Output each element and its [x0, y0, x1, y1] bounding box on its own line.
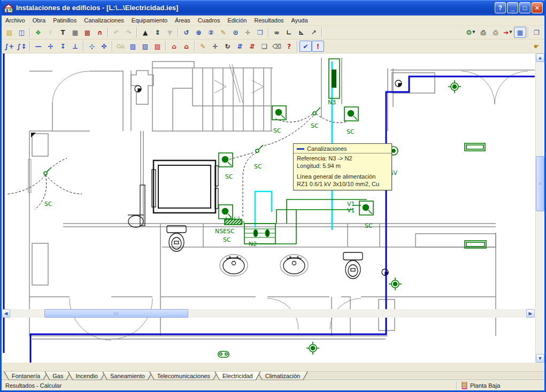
plant-up-button[interactable]: ▲	[139, 27, 151, 38]
minimize-button[interactable]: _	[507, 2, 518, 13]
scroll-up-button[interactable]: ▲	[536, 53, 544, 62]
menu-obra[interactable]: Obra	[29, 16, 49, 25]
drop-vertical-button[interactable]: ↧	[57, 41, 69, 52]
zoom-all-icon: ⊕	[196, 29, 201, 36]
node-arrows-icon: ✜	[101, 43, 106, 50]
print-config-button[interactable]: ⎙	[489, 27, 502, 38]
tab-climatizacion[interactable]: Climatización	[257, 372, 308, 380]
menu-patinillos[interactable]: Patinillos	[49, 16, 80, 25]
menu-cuadros[interactable]: Cuadros	[194, 16, 224, 25]
check-circuits-button[interactable]: ✔	[299, 41, 312, 52]
area-define-button[interactable]: ○△	[114, 41, 127, 52]
tab-incendio[interactable]: Incendio	[67, 372, 106, 380]
undo-button[interactable]: ↶	[110, 27, 122, 38]
hatch-delete-button[interactable]: ▨	[151, 41, 164, 52]
tab-fontaneria[interactable]: Fontanería	[4, 372, 48, 380]
text-dimensions-button[interactable]: T	[57, 27, 69, 38]
conduit-extend-button[interactable]: ∫↕	[16, 41, 28, 52]
open-file-button[interactable]: ▤	[3, 27, 16, 38]
drop-segment-button[interactable]: ⊥	[69, 41, 81, 52]
dxf-dwg-icon: ▦	[72, 29, 78, 36]
dropdown-caret-icon: ▼	[509, 30, 512, 34]
query-edit-button[interactable]: ?	[283, 41, 295, 52]
horizontal-scrollbar[interactable]: ◀ ||| ▶	[2, 309, 544, 318]
window-new-button[interactable]: ❐	[530, 27, 543, 38]
snap-magnet-button[interactable]: ∩	[94, 27, 106, 38]
zoom-previous-button[interactable]: ↺	[180, 27, 193, 38]
assign-results-button[interactable]: ☛	[530, 41, 543, 52]
node-move-button[interactable]: ✜	[98, 41, 110, 52]
screen-layout-button[interactable]: ▦	[514, 27, 526, 38]
ortho-axes-button[interactable]: ↗	[307, 27, 320, 38]
horizontal-scroll-thumb[interactable]: |||	[44, 309, 188, 318]
print-button[interactable]: ⎙	[477, 27, 489, 38]
drop-line-icon: ↧	[60, 43, 65, 50]
show-warnings-button[interactable]: !	[312, 41, 324, 52]
perpendicular-button[interactable]: ⊾	[295, 27, 307, 38]
export-disk-button[interactable]: ➔▼	[502, 27, 514, 38]
edit-element-button[interactable]: ✎	[197, 41, 209, 52]
building-delete-button[interactable]: ⌂	[180, 41, 193, 52]
floor-selector[interactable]: Planta Baja	[458, 382, 544, 389]
vertical-scroll-thumb[interactable]: ≡	[536, 156, 544, 211]
pan-button[interactable]: ✛	[242, 27, 254, 38]
title-bar[interactable]: Instalaciones de edificios - [L:\...\Ele…	[0, 0, 546, 16]
redraw-button[interactable]: ✎	[217, 27, 229, 38]
segment-move-button[interactable]: ✢	[44, 41, 57, 52]
app-window: Instalaciones de edificios - [L:\...\Ele…	[0, 0, 546, 392]
up-arrow-icon: ▲	[143, 29, 148, 36]
menu-canalizaciones[interactable]: Canalizaciones	[80, 16, 128, 25]
render-3d-button[interactable]: ❂▼	[465, 27, 477, 38]
conduit-new-button[interactable]: ∫+	[3, 41, 16, 52]
menu-edicion[interactable]: Edición	[224, 16, 250, 25]
scroll-left-button[interactable]: ◀	[2, 309, 10, 318]
hatch-move-button[interactable]: ▨	[139, 41, 151, 52]
menu-areas[interactable]: Áreas	[171, 16, 194, 25]
hatch-arrows-icon: ▨	[142, 43, 148, 50]
zoom-window-button[interactable]: ⊙	[229, 27, 242, 38]
sheet-update-button[interactable]: ❒	[254, 27, 266, 38]
maximize-button[interactable]: □	[519, 2, 530, 13]
erase-element-button[interactable]: ⌫	[271, 41, 283, 52]
tab-telecomunicaciones[interactable]: Telecomunicaciones	[149, 372, 218, 380]
hatch-plus-icon: ▨	[130, 43, 136, 50]
save-file-button[interactable]: ◫	[16, 27, 28, 38]
rotate-element-button[interactable]: ↻	[221, 41, 234, 52]
copy-element-button[interactable]: ❏	[258, 41, 271, 52]
scroll-right-button[interactable]: ▶	[526, 309, 535, 318]
zoom-back-icon: ↺	[183, 29, 189, 36]
search-button[interactable]: ∞	[271, 27, 283, 38]
check-icon: ✔	[303, 43, 308, 50]
tab-saneamiento[interactable]: Saneamiento	[102, 372, 153, 380]
grab-tool-button[interactable]: ✌	[44, 27, 57, 38]
zoom-extents-button[interactable]: ⊕	[193, 27, 205, 38]
help-button[interactable]: ?	[495, 2, 506, 13]
redo-button[interactable]: ↷	[122, 27, 135, 38]
installation-tab-bar: FontaneríaGasIncendioSaneamientoTelecomu…	[2, 371, 544, 380]
tab-electricidad[interactable]: Electricidad	[214, 372, 261, 380]
floor-name: Planta Baja	[470, 382, 500, 389]
invert-end-button[interactable]: ⇵	[246, 41, 258, 52]
tab-label: Climatización	[265, 373, 300, 379]
coordinates-button[interactable]: ∟	[283, 27, 295, 38]
tooltip-line: Longitud: 5.94 m	[297, 162, 388, 170]
building-edit-button[interactable]: ⌂	[168, 41, 180, 52]
node-insert-button[interactable]: ⊹	[86, 41, 98, 52]
scroll-down-button[interactable]: ▼	[536, 354, 544, 363]
hatch-new-button[interactable]: ▨	[127, 41, 139, 52]
segment-line-button[interactable]: —	[32, 41, 44, 52]
close-button[interactable]: ✕	[532, 2, 543, 13]
move-element-button[interactable]: ✛	[209, 41, 221, 52]
menu-equipamiento[interactable]: Equipamiento	[128, 16, 171, 25]
edit-plans-button[interactable]: ❖	[32, 27, 44, 38]
zoom-x2-button[interactable]: ②	[205, 27, 217, 38]
menu-archivo[interactable]: Archivo	[2, 16, 29, 25]
tooltip-body: Referencia: N3 -> N2Longitud: 5.94 mLíne…	[294, 153, 391, 190]
dxf-layers-button[interactable]: ▩	[81, 27, 94, 38]
plant-updown-button[interactable]: ⇕	[151, 27, 164, 38]
invert-start-button[interactable]: ⇵	[234, 41, 246, 52]
plant-down-button[interactable]: ▼	[164, 27, 176, 38]
import-dxf-button[interactable]: ▦	[69, 27, 81, 38]
menu-ayuda[interactable]: Ayuda	[288, 16, 312, 25]
menu-resultados[interactable]: Resultados	[250, 16, 287, 25]
